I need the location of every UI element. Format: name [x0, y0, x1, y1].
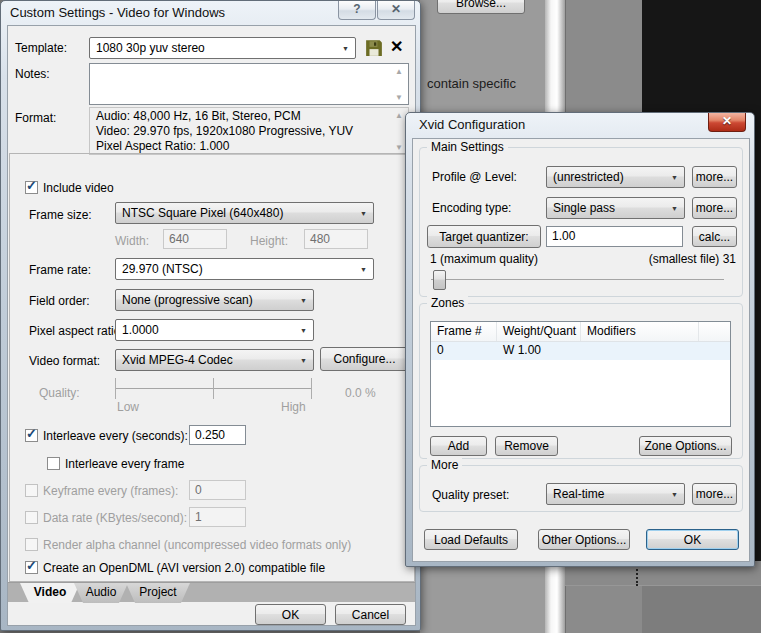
tab-strip: Video Audio Project — [8, 582, 415, 602]
quantizer-min-label: 1 (maximum quality) — [430, 252, 538, 266]
quantizer-max-label: (smallest file) 31 — [586, 252, 736, 266]
target-quantizer-field[interactable]: 1.00 — [546, 226, 683, 247]
tab-video[interactable]: Video — [20, 583, 80, 603]
field-order-label: Field order: — [29, 294, 90, 308]
target-quantizer-button-label: Target quantizer: — [439, 230, 528, 244]
quality-slider — [115, 378, 312, 399]
profile-level-value: (unrestricted) — [553, 170, 624, 184]
quality-low-label: Low — [117, 400, 139, 414]
remove-zone-button[interactable]: Remove — [495, 436, 558, 456]
keyframe-value: 0 — [195, 483, 202, 497]
frame-size-select[interactable]: NTSC Square Pixel (640x480) ▼ — [115, 202, 374, 224]
background-partial-text: contain specific — [427, 76, 516, 91]
load-defaults-button[interactable]: Load Defaults — [424, 529, 518, 550]
encoding-type-value: Single pass — [553, 201, 615, 215]
profile-level-select[interactable]: (unrestricted) ▼ — [546, 166, 685, 188]
scroll-up-icon: ▲ — [395, 112, 403, 120]
interleave-seconds-label: Interleave every (seconds): — [43, 429, 188, 443]
template-label: Template: — [15, 41, 67, 55]
field-order-value: None (progressive scan) — [122, 293, 253, 307]
table-row[interactable]: 0 W 1.00 — [431, 342, 730, 360]
delete-template-icon[interactable]: ✕ — [390, 37, 403, 56]
column-modifiers: Modifiers — [581, 322, 699, 341]
quality-preset-value: Real-time — [553, 487, 604, 501]
interleave-frame-checkbox[interactable]: ✓ — [47, 457, 60, 470]
profile-more-label: more... — [696, 170, 733, 184]
width-field: 640 — [163, 229, 227, 249]
tab-project[interactable]: Project — [126, 583, 190, 603]
checkmark-icon: ✓ — [26, 426, 37, 441]
quality-label: Quality: — [39, 386, 80, 400]
profile-more-button[interactable]: more... — [692, 166, 737, 188]
help-icon: ? — [353, 2, 360, 16]
keyframe-label: Keyframe every (frames): — [43, 484, 178, 498]
quantizer-slider-handle[interactable] — [433, 270, 446, 290]
ok-button[interactable]: OK — [646, 529, 739, 550]
close-button[interactable]: ✕ — [377, 1, 415, 20]
help-button[interactable]: ? — [338, 1, 376, 20]
keyframe-checkbox: ✓ — [25, 484, 38, 497]
encoding-more-label: more... — [696, 201, 733, 215]
tab-audio-label: Audio — [86, 585, 117, 599]
chevron-down-icon: ▼ — [671, 205, 678, 212]
ok-button[interactable]: OK — [255, 604, 326, 625]
format-label: Format: — [15, 111, 56, 125]
quality-high-label: High — [281, 400, 306, 414]
calc-button[interactable]: calc... — [692, 226, 737, 247]
configure-button-label: Configure... — [333, 352, 395, 366]
chevron-down-icon: ▼ — [342, 45, 349, 52]
video-format-select[interactable]: Xvid MPEG-4 Codec ▼ — [115, 349, 314, 371]
data-rate-label: Data rate (KBytes/second): — [43, 511, 187, 525]
zones-table[interactable]: Frame # Weight/Quant Modifiers 0 W 1.00 — [430, 321, 731, 427]
opendml-checkbox[interactable]: ✓ — [25, 561, 38, 574]
encoding-more-button[interactable]: more... — [692, 197, 737, 219]
save-template-icon[interactable] — [365, 39, 383, 57]
format-line-par: Pixel Aspect Ratio: 1.000 — [96, 139, 402, 154]
quality-preset-select[interactable]: Real-time ▼ — [546, 483, 685, 505]
close-button[interactable]: ✕ — [708, 113, 746, 132]
render-alpha-checkbox: ✓ — [25, 538, 38, 551]
zone-options-button[interactable]: Zone Options... — [639, 436, 732, 456]
delete-glyph: ✕ — [390, 38, 403, 55]
interleave-seconds-checkbox[interactable]: ✓ — [25, 429, 38, 442]
quality-preset-more-button[interactable]: more... — [692, 483, 737, 505]
ok-button-label: OK — [282, 608, 299, 622]
profile-level-label: Profile @ Level: — [432, 170, 517, 184]
tab-audio[interactable]: Audio — [74, 583, 128, 603]
format-line-video: Video: 29.970 fps, 1920x1080 Progressive… — [96, 124, 402, 139]
zone-weight-value: W 1.00 — [497, 342, 581, 360]
remove-zone-label: Remove — [504, 439, 549, 453]
video-format-value: Xvid MPEG-4 Codec — [122, 353, 233, 367]
custom-settings-window: Custom Settings - Video for Windows ? ✕ … — [0, 0, 421, 631]
scroll-down-icon: ▼ — [395, 144, 403, 152]
slider-tick — [213, 378, 214, 399]
encoding-type-select[interactable]: Single pass ▼ — [546, 197, 685, 219]
field-order-select[interactable]: None (progressive scan) ▼ — [115, 289, 314, 311]
target-quantizer-button[interactable]: Target quantizer: — [427, 225, 541, 248]
frame-size-label: Frame size: — [29, 208, 92, 222]
interleave-frame-label: Interleave every frame — [65, 457, 184, 471]
include-video-checkbox[interactable]: ✓ — [25, 181, 38, 194]
cancel-button[interactable]: Cancel — [335, 604, 406, 625]
add-zone-button[interactable]: Add — [430, 436, 487, 456]
tab-project-label: Project — [139, 585, 176, 599]
chevron-down-icon: ▼ — [671, 491, 678, 498]
quantizer-slider-track[interactable] — [431, 279, 724, 280]
load-defaults-label: Load Defaults — [434, 533, 508, 547]
notes-textarea[interactable] — [89, 63, 409, 105]
pixel-aspect-ratio-select[interactable]: 1.0000 ▼ — [115, 319, 314, 341]
zones-group-label: Zones — [427, 296, 468, 310]
data-rate-checkbox: ✓ — [25, 511, 38, 524]
browse-button[interactable]: Browse... — [437, 0, 525, 14]
slider-tick — [311, 378, 312, 399]
zone-options-label: Zone Options... — [644, 439, 726, 453]
frame-rate-select[interactable]: 29.970 (NTSC) ▼ — [115, 258, 374, 280]
scroll-up-icon: ▲ — [395, 68, 403, 76]
keyframe-field: 0 — [189, 480, 246, 500]
template-select[interactable]: 1080 30p yuv stereo ▼ — [89, 37, 356, 59]
other-options-button[interactable]: Other Options... — [538, 529, 630, 550]
interleave-seconds-field[interactable]: 0.250 — [189, 425, 246, 445]
include-video-label: Include video — [43, 181, 114, 195]
configure-button[interactable]: Configure... — [320, 347, 409, 371]
height-value: 480 — [310, 232, 330, 246]
